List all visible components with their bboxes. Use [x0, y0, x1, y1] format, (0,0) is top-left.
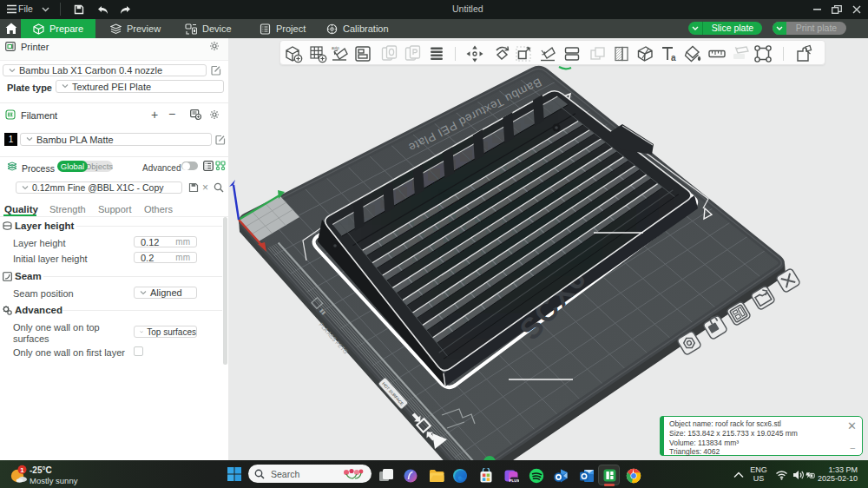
svg-text:1: 1: [20, 466, 24, 474]
svg-text:auto: auto: [332, 46, 339, 50]
svg-text:PLUS: PLUS: [510, 478, 519, 483]
svg-text:a: a: [671, 53, 676, 63]
